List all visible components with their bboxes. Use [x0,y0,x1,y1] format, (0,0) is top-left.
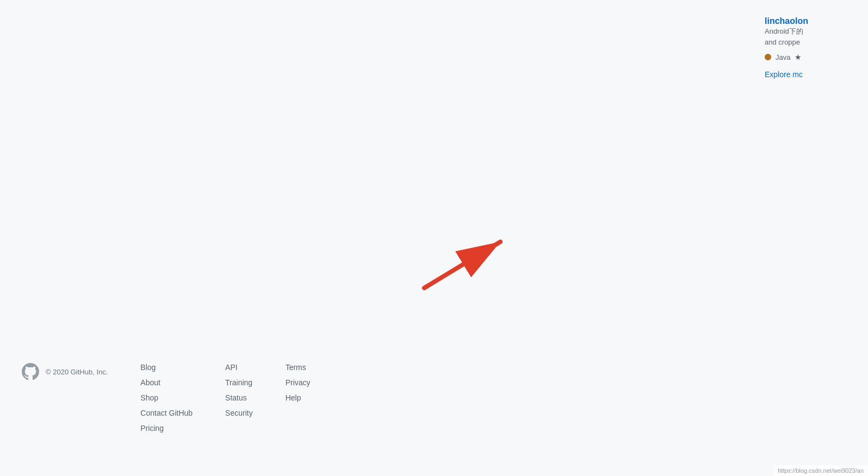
footer-link-status[interactable]: Status [225,393,253,402]
footer-link-terms[interactable]: Terms [286,363,311,372]
footer-link-pricing[interactable]: Pricing [140,424,193,433]
footer-brand: © 2020 GitHub, Inc. [22,363,108,380]
star-icon: ★ [795,53,802,61]
footer-col-1: Blog About Shop Contact GitHub Pricing [140,363,193,433]
footer-link-api[interactable]: API [225,363,253,372]
footer-link-help[interactable]: Help [286,393,311,402]
arrow-annotation [413,234,522,299]
footer-link-blog[interactable]: Blog [140,363,193,372]
repo-username[interactable]: linchaolon [765,16,863,26]
footer: © 2020 GitHub, Inc. Blog About Shop Cont… [0,352,868,443]
footer-link-shop[interactable]: Shop [140,393,193,402]
language-dot [765,54,771,60]
footer-link-training[interactable]: Training [225,378,253,387]
footer-link-contact[interactable]: Contact GitHub [140,409,193,417]
status-bar: https://blog.csdn.net/wei9023/an [773,465,868,476]
footer-link-about[interactable]: About [140,378,193,387]
github-logo-icon [22,363,39,380]
repo-description: Android下的 and croppe [765,26,863,47]
top-right-panel: linchaolon Android下的 and croppe Java ★ E… [759,16,868,79]
svg-line-1 [424,242,500,288]
footer-nav: Blog About Shop Contact GitHub Pricing A… [140,363,310,433]
footer-copyright: © 2020 GitHub, Inc. [46,368,108,376]
repo-meta: Java ★ [765,53,863,61]
footer-link-security[interactable]: Security [225,409,253,417]
footer-col-2: API Training Status Security [225,363,253,417]
footer-link-privacy[interactable]: Privacy [286,378,311,387]
language-label: Java [776,53,790,61]
explore-more-link[interactable]: Explore mc [765,70,863,79]
footer-col-3: Terms Privacy Help [286,363,311,402]
